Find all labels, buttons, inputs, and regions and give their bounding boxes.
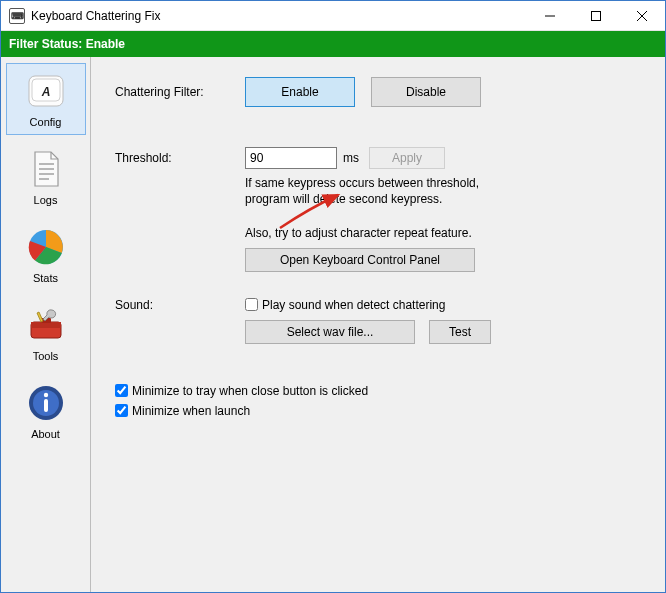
keycap-icon: A [25,70,67,112]
apply-button[interactable]: Apply [369,147,445,169]
threshold-input[interactable] [245,147,337,169]
sidebar-item-about[interactable]: About [6,375,86,447]
maximize-button[interactable] [573,1,619,30]
threshold-hint-line1: If same keypress occurs between threshol… [245,175,641,191]
body: A Config Logs Stats Tools [1,57,665,592]
svg-point-17 [43,393,47,397]
repeat-hint: Also, try to adjust character repeat fea… [245,225,641,241]
sidebar-item-stats[interactable]: Stats [6,219,86,291]
minimize-tray-label: Minimize to tray when close button is cl… [132,384,368,398]
filter-status-text: Filter Status: Enable [9,37,125,51]
sidebar-item-label: About [7,428,85,440]
close-button[interactable] [619,1,665,30]
disable-button[interactable]: Disable [371,77,481,107]
sidebar-item-label: Config [7,116,85,128]
threshold-unit: ms [343,151,359,165]
filter-status-bar: Filter Status: Enable [1,31,665,57]
minimize-icon [545,11,555,21]
threshold-label: Threshold: [115,151,245,165]
titlebar: ⌨ Keyboard Chattering Fix [1,1,665,31]
threshold-hint: If same keypress occurs between threshol… [245,175,641,207]
content-panel: Chattering Filter: Enable Disable Thresh… [91,57,665,592]
play-sound-input[interactable] [245,298,258,311]
minimize-tray-checkbox[interactable]: Minimize to tray when close button is cl… [115,384,641,398]
minimize-launch-input[interactable] [115,404,128,417]
document-icon [25,148,67,190]
sidebar-item-label: Tools [7,350,85,362]
enable-button[interactable]: Enable [245,77,355,107]
play-sound-label: Play sound when detect chattering [262,298,445,312]
svg-rect-1 [592,11,601,20]
sidebar-item-tools[interactable]: Tools [6,297,86,369]
play-sound-checkbox[interactable]: Play sound when detect chattering [245,298,445,312]
minimize-tray-input[interactable] [115,384,128,397]
filter-row: Chattering Filter: Enable Disable [115,77,641,107]
sound-label: Sound: [115,298,245,312]
minimize-button[interactable] [527,1,573,30]
sidebar-item-label: Stats [7,272,85,284]
minimize-launch-checkbox[interactable]: Minimize when launch [115,404,641,418]
threshold-row: Threshold: ms Apply [115,147,641,169]
svg-text:A: A [40,85,50,99]
maximize-icon [591,11,601,21]
open-keyboard-panel-button[interactable]: Open Keyboard Control Panel [245,248,475,272]
toolbox-icon [25,304,67,346]
filter-label: Chattering Filter: [115,85,245,99]
select-wav-button[interactable]: Select wav file... [245,320,415,344]
sidebar-item-label: Logs [7,194,85,206]
piechart-icon [25,226,67,268]
sidebar-item-config[interactable]: A Config [6,63,86,135]
sidebar-item-logs[interactable]: Logs [6,141,86,213]
app-window: ⌨ Keyboard Chattering Fix Filter Status:… [0,0,666,593]
sound-row: Sound: Play sound when detect chattering [115,298,641,312]
window-title: Keyboard Chattering Fix [31,9,527,23]
sidebar: A Config Logs Stats Tools [1,57,91,592]
svg-rect-18 [44,399,48,412]
info-icon [25,382,67,424]
close-icon [637,11,647,21]
test-sound-button[interactable]: Test [429,320,491,344]
app-icon: ⌨ [9,8,25,24]
threshold-hint-line2: program will delete second keypress. [245,191,641,207]
minimize-launch-label: Minimize when launch [132,404,250,418]
window-controls [527,1,665,30]
